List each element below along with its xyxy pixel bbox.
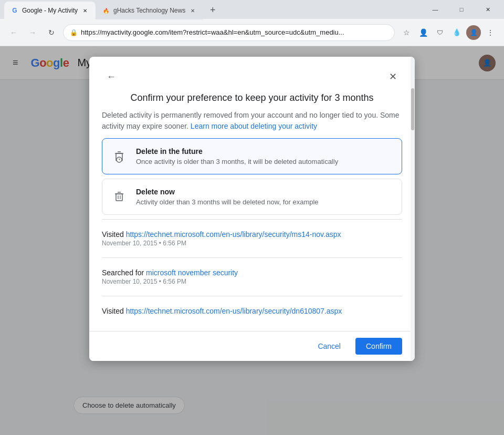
tab-ghacks[interactable]: 🔥 gHacks Technology News ✕	[96, 2, 203, 19]
modal-overlay: ← ✕ Confirm your preference to keep your…	[0, 46, 504, 435]
activity-item-1: Visited https://technet.microsoft.com/en…	[89, 224, 415, 253]
activity-type-1: Visited	[102, 230, 126, 239]
activity-item-3: Visited https://technet.microsoft.com/en…	[89, 301, 415, 323]
menu-icon[interactable]: ⋮	[483, 25, 498, 40]
modal-back-button[interactable]: ←	[102, 67, 121, 86]
modal-description: Deleted activity is permanently removed …	[89, 103, 415, 138]
browser-frame: G Google - My Activity ✕ 🔥 gHacks Techno…	[0, 0, 504, 435]
modal-header-row: ← ✕	[89, 57, 415, 86]
page-content: ≡ Google My Activity 👤 Choose to delete …	[0, 46, 504, 435]
profile-avatar[interactable]: 👤	[466, 25, 481, 40]
modal-title: Confirm your preference to keep your act…	[89, 86, 415, 103]
lock-icon: 🔒	[70, 29, 78, 36]
activity-type-2: Searched for	[102, 268, 146, 277]
tab-close-google[interactable]: ✕	[81, 6, 89, 15]
trash-icon	[111, 188, 128, 204]
modal-body[interactable]: Delete in the future Once activity is ol…	[89, 138, 415, 331]
activity-link-3[interactable]: https://technet.microsoft.com/en-us/libr…	[126, 307, 342, 315]
activity-divider-2	[102, 257, 402, 258]
delete-now-title: Delete now	[136, 188, 319, 196]
new-tab-button[interactable]: +	[205, 3, 220, 17]
tab-google-activity[interactable]: G Google - My Activity ✕	[4, 2, 96, 19]
close-button[interactable]: ✕	[476, 2, 500, 17]
delete-future-option[interactable]: Delete in the future Once activity is ol…	[102, 138, 402, 174]
avatar-initials: 👤	[470, 29, 478, 36]
modal-scrollbar-thumb	[411, 88, 414, 130]
drop-icon[interactable]: 💧	[449, 25, 464, 40]
extension-icon[interactable]: 🛡	[433, 25, 447, 40]
toolbar-icons: ☆ 👤 🛡 💧 👤 ⋮	[399, 25, 498, 40]
activity-item-2: Searched for microsoft november security…	[89, 262, 415, 292]
modal-scrollbar[interactable]	[411, 57, 415, 361]
confirm-button[interactable]: Confirm	[355, 338, 402, 355]
back-button[interactable]: ←	[6, 25, 21, 40]
activity-time-1: November 10, 2015 • 6:56 PM	[102, 240, 402, 247]
reload-button[interactable]: ↻	[44, 25, 59, 40]
window-controls: — □ ✕	[423, 2, 500, 17]
url-box[interactable]: 🔒 https://myactivity.google.com/item?res…	[63, 24, 395, 41]
modal-dialog: ← ✕ Confirm your preference to keep your…	[89, 57, 415, 361]
delete-future-content: Delete in the future Once activity is ol…	[136, 147, 338, 165]
tab-title-ghacks: gHacks Technology News	[113, 7, 185, 14]
activity-label-2: Searched for microsoft november security	[102, 268, 402, 277]
activity-label-3: Visited https://technet.microsoft.com/en…	[102, 307, 402, 315]
activity-divider-3	[102, 296, 402, 296]
maximize-button[interactable]: □	[449, 2, 474, 17]
tab-favicon-ghacks: 🔥	[102, 6, 110, 15]
bookmark-icon[interactable]: ☆	[399, 25, 414, 40]
activity-label-1: Visited https://technet.microsoft.com/en…	[102, 230, 402, 239]
delete-future-title: Delete in the future	[136, 147, 338, 156]
activity-link-1[interactable]: https://technet.microsoft.com/en-us/libr…	[126, 230, 341, 239]
address-bar: ← → ↻ 🔒 https://myactivity.google.com/it…	[0, 19, 504, 46]
delete-future-desc: Once activity is older than 3 months, it…	[136, 158, 338, 165]
activity-divider-1	[102, 219, 402, 220]
tab-favicon-google: G	[10, 6, 19, 15]
tab-title-google: Google - My Activity	[22, 7, 78, 14]
profile-icon[interactable]: 👤	[416, 25, 430, 40]
title-bar: G Google - My Activity ✕ 🔥 gHacks Techno…	[0, 0, 504, 19]
activity-type-3: Visited	[102, 307, 126, 315]
delete-now-option[interactable]: Delete now Activity older than 3 months …	[102, 179, 402, 215]
svg-rect-6	[116, 194, 122, 201]
learn-more-link[interactable]: Learn more about deleting your activity	[191, 122, 317, 130]
modal-footer: Cancel Confirm	[89, 331, 415, 361]
trash-clock-icon	[111, 147, 128, 164]
forward-button[interactable]: →	[25, 25, 40, 40]
tabs-bar: G Google - My Activity ✕ 🔥 gHacks Techno…	[4, 0, 423, 19]
url-text: https://myactivity.google.com/item?restr…	[81, 28, 388, 36]
activity-time-2: November 10, 2015 • 6:56 PM	[102, 278, 402, 285]
delete-now-content: Delete now Activity older than 3 months …	[136, 188, 319, 206]
tab-close-ghacks[interactable]: ✕	[188, 6, 197, 15]
activity-link-2[interactable]: microsoft november security	[146, 268, 238, 277]
cancel-button[interactable]: Cancel	[307, 338, 351, 355]
minimize-button[interactable]: —	[423, 2, 447, 17]
delete-now-desc: Activity older than 3 months will be del…	[136, 198, 319, 206]
modal-close-button[interactable]: ✕	[383, 67, 402, 86]
